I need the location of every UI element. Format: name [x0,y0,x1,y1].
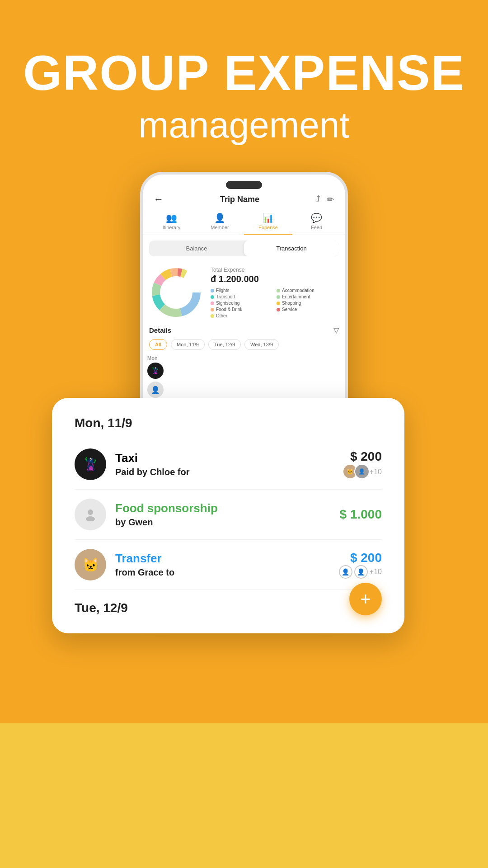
sc-item-food: Food sponsorship by Gwen $ 1.000 [75,490,382,540]
details-header: Details ▽ [143,323,345,337]
side-card: Mon, 11/9 🦹 Taxi Paid by Chloe for $ 200… [52,398,404,633]
legend-other: Other [211,313,273,318]
top-action-icons: ⤴ ✏ [316,194,334,205]
flights-dot [211,289,214,292]
chart-section: Total Expense đ 1.200.000 Flights Accomm… [143,262,345,323]
add-fab-button[interactable]: + [349,583,382,615]
phone-tx-1: 🦹 [147,363,341,379]
sc-extra-transfer: +10 [370,565,382,579]
hero-subtitle: management [0,104,488,146]
sc-right-transfer: $ 200 👤 👤 +10 [339,551,382,579]
side-card-date-mon: Mon, 11/9 [75,416,382,430]
sc-sub-taxi: Paid by Chloe for [115,467,343,477]
sc-sub-food: by Gwen [115,517,340,528]
sc-item-transfer: 🐱 Transfer from Grace to $ 200 👤 👤 +10 [75,540,382,590]
other-dot [211,314,214,318]
details-title: Details [149,326,171,334]
itinerary-icon: 👥 [166,212,177,223]
entertainment-dot [277,295,280,299]
sc-amount-transfer: $ 200 [339,551,382,565]
feed-icon: 💬 [311,212,322,223]
date-tabs: All Mon, 11/9 Tue, 12/9 Wed, 13/9 [143,337,345,354]
sc-details-transfer: Transfer from Grace to [115,552,339,578]
sc-avatar-transfer: 🐱 [75,549,106,580]
sc-name-transfer: Transfer [115,552,339,566]
chart-info: Total Expense đ 1.200.000 Flights Accomm… [211,267,339,318]
date-tab-tue[interactable]: Tue, 12/9 [208,339,241,350]
tab-feed[interactable]: 💬 Feed [292,212,341,235]
sc-sub-transfer: from Grace to [115,567,339,578]
sc-mini-avatars-taxi: 🐱 👤 +10 [343,464,382,479]
phone-tx-avatar-1: 🦹 [147,363,164,379]
sc-mini-avatar-2: 👤 [354,464,370,479]
sc-person-icon-2: 👤 [354,565,368,579]
food-drink-dot [211,308,214,311]
legend-flights: Flights [211,288,273,293]
legend-service: Service [277,307,339,312]
total-label: Total Expense [211,267,339,273]
expense-icon: 📊 [263,212,274,223]
total-amount: đ 1.200.000 [211,274,339,284]
phone-notch [226,181,262,189]
tab-expense[interactable]: 📊 Expense [244,212,292,235]
legend-food-drink: Food & Drink [211,307,273,312]
service-dot [277,308,280,311]
svg-point-9 [163,279,190,306]
edit-icon[interactable]: ✏ [327,194,334,205]
sc-details-food: Food sponsorship by Gwen [115,501,340,528]
legend-sightseeing: Sightseeing [211,301,273,306]
tab-member[interactable]: 👤 Member [196,212,244,235]
sc-extra-taxi: +10 [370,468,382,476]
sc-right-taxi: $ 200 🐱 👤 +10 [343,449,382,479]
hero-section: GROUP EXPENSE management [0,0,488,146]
shopping-dot [277,302,280,305]
date-tab-mon[interactable]: Mon, 11/9 [171,339,205,350]
plus-icon: + [360,589,371,609]
sc-amount-food: $ 1.000 [340,507,382,522]
date-tab-all[interactable]: All [149,339,167,350]
filter-icon[interactable]: ▽ [333,326,339,335]
sc-details-taxi: Taxi Paid by Chloe for [115,451,343,477]
legend-entertainment: Entertainment [277,294,339,299]
balance-toggle[interactable]: Balance [149,241,244,256]
sc-amount-taxi: $ 200 [343,449,382,464]
svg-point-11 [86,516,95,521]
sc-icons-transfer: 👤 👤 +10 [339,565,382,579]
phone-date-mon: Mon [147,355,341,361]
bottom-blob [0,723,488,868]
legend-accommodation: Accommodation [277,288,339,293]
accommodation-dot [277,289,280,292]
legend-transport: Transport [211,294,273,299]
sc-item-taxi: 🦹 Taxi Paid by Chloe for $ 200 🐱 👤 +10 [75,439,382,490]
trip-name: Trip Name [220,195,259,204]
transport-dot [211,295,214,299]
sc-person-icon-1: 👤 [339,565,352,579]
member-icon: 👤 [214,212,225,223]
phone-tx-2: 👤 [147,382,341,398]
donut-chart [149,265,203,320]
hero-title: GROUP EXPENSE [0,45,488,100]
sc-name-taxi: Taxi [115,451,343,465]
nav-tabs: 👥 Itinerary 👤 Member 📊 Expense 💬 Feed [143,210,345,235]
date-tab-wed[interactable]: Wed, 13/9 [244,339,279,350]
share-icon[interactable]: ⤴ [316,194,320,205]
legend-grid: Flights Accommodation Transport Entertai… [211,288,339,318]
tab-itinerary[interactable]: 👥 Itinerary [147,212,196,235]
legend-shopping: Shopping [277,301,339,306]
phone-tx-avatar-2: 👤 [147,382,164,398]
transaction-toggle[interactable]: Transaction [244,241,339,256]
sightseeing-dot [211,302,214,305]
sc-avatar-food [75,499,106,530]
sc-avatar-taxi: 🦹 [75,448,106,480]
svg-point-10 [88,509,93,515]
top-bar: ← Trip Name ⤴ ✏ [143,189,345,210]
sc-name-food: Food sponsorship [115,501,340,515]
side-card-date-tue: Tue, 12/9 [75,601,382,615]
toggle-section: Balance Transaction [149,241,339,256]
back-button[interactable]: ← [154,193,164,205]
